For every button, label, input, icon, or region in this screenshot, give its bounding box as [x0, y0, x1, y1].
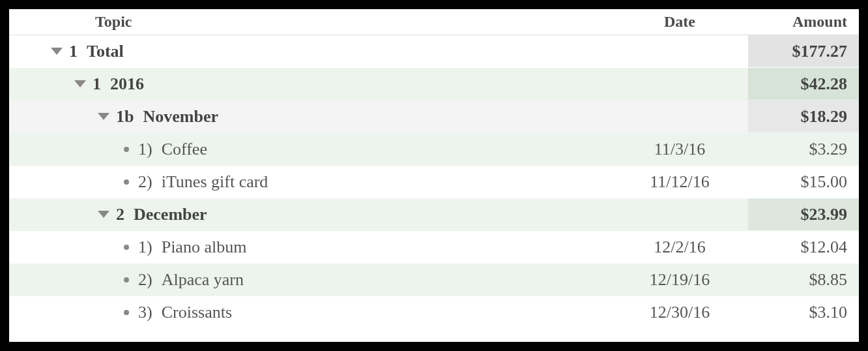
bullet-icon [124, 277, 129, 282]
bullet-icon [124, 310, 129, 315]
row-number: 2 [116, 205, 124, 224]
cell-amount: $3.10 [748, 296, 859, 328]
row-label: November [143, 107, 218, 127]
cell-amount: $42.28 [748, 68, 859, 100]
row-item[interactable]: 1) Piano album 12/2/16 $12.04 [9, 231, 859, 264]
row-number: 1) [138, 140, 152, 159]
cell-amount: $177.27 [748, 35, 859, 67]
row-item[interactable]: 2) Alpaca yarn 12/19/16 $8.85 [9, 264, 859, 296]
row-item[interactable]: 1) Coffee 11/3/16 $3.29 [9, 133, 859, 166]
cell-amount: $12.04 [748, 231, 859, 263]
column-header-amount[interactable]: Amount [748, 13, 859, 31]
chevron-down-icon[interactable] [74, 80, 86, 87]
row-month[interactable]: 2 December $23.99 [9, 198, 859, 231]
row-number: 1) [138, 237, 152, 257]
bullet-icon [124, 179, 129, 185]
row-label: Total [87, 42, 124, 61]
cell-amount: $8.85 [748, 264, 859, 296]
row-label: Piano album [162, 237, 247, 257]
chevron-down-icon[interactable] [98, 113, 109, 120]
bullet-icon [124, 245, 129, 250]
row-label: Croissants [162, 303, 232, 322]
row-item[interactable]: 2) iTunes gift card 11/12/16 $15.00 [9, 166, 859, 198]
cell-amount: $3.29 [748, 133, 859, 165]
cell-date: 12/19/16 [618, 270, 748, 290]
cell-amount: $23.99 [748, 198, 859, 230]
cell-date: 12/2/16 [618, 237, 748, 257]
row-label: December [134, 205, 207, 224]
row-number: 3) [138, 303, 152, 322]
row-number: 2) [138, 172, 152, 192]
cell-amount: $18.29 [748, 100, 859, 132]
bullet-icon [124, 147, 129, 152]
row-label: iTunes gift card [162, 172, 268, 192]
outline-panel: Topic Date Amount 1 Total $177.27 1 2016… [9, 9, 859, 342]
row-label: Alpaca yarn [162, 270, 244, 290]
row-number: 1 [69, 42, 78, 61]
row-label: 2016 [110, 74, 144, 94]
chevron-down-icon[interactable] [51, 48, 63, 55]
row-item[interactable]: 3) Croissants 12/30/16 $3.10 [9, 296, 859, 329]
column-header-row: Topic Date Amount [9, 9, 859, 35]
row-number: 2) [138, 270, 152, 290]
row-year[interactable]: 1 2016 $42.28 [9, 68, 859, 100]
row-number: 1b [116, 107, 134, 127]
row-label: Coffee [162, 140, 207, 159]
cell-date: 11/3/16 [618, 140, 748, 159]
cell-date: 11/12/16 [618, 172, 748, 192]
cell-amount: $15.00 [748, 166, 859, 198]
column-header-date[interactable]: Date [618, 13, 748, 31]
cell-date: 12/30/16 [618, 303, 748, 322]
chevron-down-icon[interactable] [98, 211, 109, 218]
row-total[interactable]: 1 Total $177.27 [9, 35, 859, 68]
row-month[interactable]: 1b November $18.29 [9, 100, 859, 133]
column-header-topic[interactable]: Topic [9, 13, 618, 31]
row-number: 1 [93, 74, 101, 94]
